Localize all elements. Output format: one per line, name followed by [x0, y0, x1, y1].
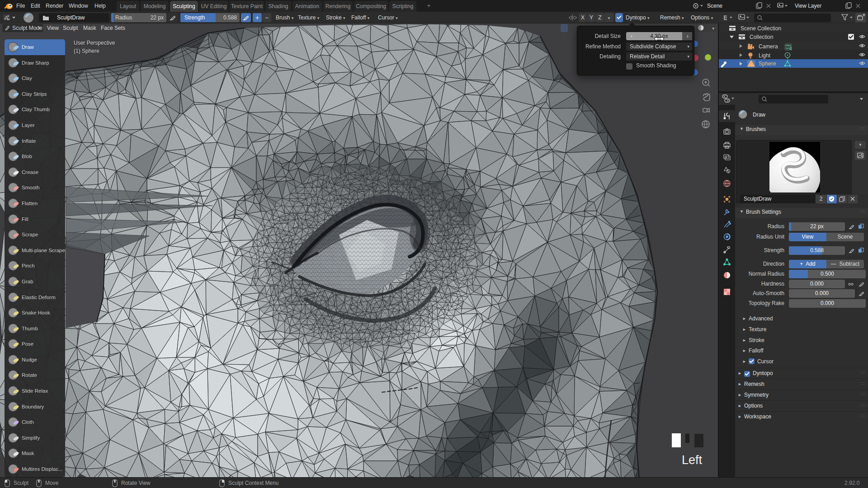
svg-text:Sphere: Sphere	[759, 61, 776, 67]
svg-text:Light: Light	[759, 52, 771, 59]
svg-text:Camera: Camera	[759, 43, 778, 50]
svg-text:Scene Collection: Scene Collection	[741, 25, 781, 32]
svg-text:Collection: Collection	[750, 34, 774, 40]
